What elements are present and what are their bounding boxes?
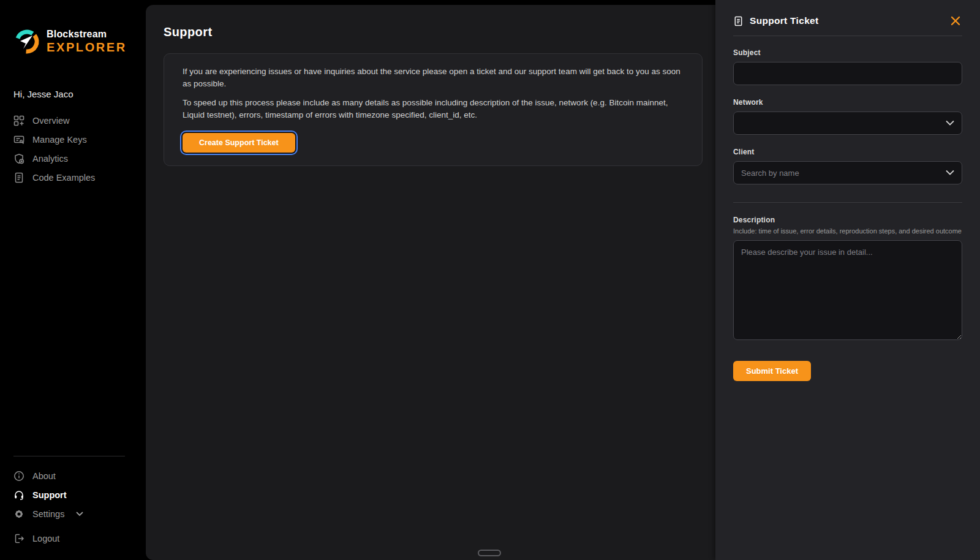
- footer-gap: [13, 523, 136, 529]
- description-textarea[interactable]: [733, 240, 962, 340]
- brand-name: Blockstream EXPLORER: [47, 29, 127, 54]
- sidebar-item-label: Analytics: [32, 154, 68, 164]
- drawer-header-divider: [733, 36, 962, 36]
- chevron-down-icon: [76, 512, 83, 516]
- blockstream-logo-icon: [13, 28, 40, 55]
- drawer-title: Support Ticket: [750, 15, 943, 26]
- client-select[interactable]: [733, 161, 962, 184]
- sidebar-item-code-examples[interactable]: Code Examples: [13, 168, 136, 187]
- create-support-ticket-button[interactable]: Create Support Ticket: [183, 133, 295, 153]
- grid-plus-icon: [13, 115, 24, 126]
- support-ticket-drawer: Support Ticket Subject Network Client: [715, 0, 980, 560]
- sidebar-item-about[interactable]: About: [13, 466, 136, 485]
- brand-logo[interactable]: Blockstream EXPLORER: [13, 28, 127, 55]
- support-card-paragraph-2: To speed up this process please include …: [183, 97, 684, 122]
- page-title: Support: [164, 25, 212, 39]
- subject-label: Subject: [733, 48, 962, 57]
- horizontal-scrollbar-thumb[interactable]: [478, 550, 501, 556]
- app-screen: Blockstream EXPLORER Hi, Jesse Jaco Over…: [0, 0, 980, 560]
- sidebar-item-overview[interactable]: Overview: [13, 111, 136, 130]
- brand-name-top: Blockstream: [47, 29, 127, 40]
- document-icon: [13, 172, 24, 183]
- ticket-document-icon: [733, 16, 744, 26]
- sidebar-item-label: Overview: [32, 116, 69, 126]
- sidebar-item-label: Settings: [32, 509, 64, 519]
- sidebar-item-support[interactable]: Support: [13, 485, 136, 504]
- sidebar-item-logout[interactable]: Logout: [13, 529, 136, 548]
- sidebar: Blockstream EXPLORER Hi, Jesse Jaco Over…: [0, 0, 146, 560]
- network-label: Network: [733, 98, 962, 107]
- sidebar-divider: [13, 456, 125, 456]
- sidebar-item-analytics[interactable]: Analytics: [13, 149, 136, 168]
- description-label: Description: [733, 216, 962, 224]
- key-card-icon: [13, 134, 24, 145]
- client-label: Client: [733, 148, 962, 156]
- sidebar-footer-nav: About Support: [13, 466, 136, 548]
- drawer-header: Support Ticket: [733, 0, 962, 28]
- sidebar-item-label: Code Examples: [32, 173, 95, 183]
- sidebar-item-label: About: [32, 471, 56, 481]
- submit-ticket-button[interactable]: Submit Ticket: [733, 361, 811, 381]
- user-greeting: Hi, Jesse Jaco: [13, 89, 74, 99]
- sidebar-item-label: Logout: [32, 534, 59, 543]
- description-helper-text: Include: time of issue, error details, r…: [733, 227, 962, 235]
- support-info-card: If you are experiencing issues or have i…: [164, 53, 703, 166]
- sidebar-nav: Overview Manage Keys: [13, 111, 136, 187]
- subject-input[interactable]: [733, 62, 962, 85]
- client-search-input[interactable]: [733, 161, 962, 184]
- drawer-section-divider: [733, 202, 962, 203]
- headset-icon: [13, 490, 24, 501]
- close-icon[interactable]: [949, 14, 962, 28]
- shield-plus-icon: [13, 153, 24, 164]
- sidebar-item-settings[interactable]: Settings: [13, 504, 136, 523]
- info-icon: [13, 471, 24, 482]
- sidebar-item-manage-keys[interactable]: Manage Keys: [13, 130, 136, 149]
- network-select[interactable]: [733, 112, 962, 135]
- logout-icon: [13, 533, 24, 544]
- support-card-paragraph-1: If you are experiencing issues or have i…: [183, 66, 684, 91]
- brand-name-bottom: EXPLORER: [47, 41, 127, 54]
- gear-icon: [13, 509, 24, 520]
- sidebar-item-label: Support: [32, 490, 67, 500]
- sidebar-item-label: Manage Keys: [32, 135, 87, 145]
- network-select-value[interactable]: [733, 112, 962, 135]
